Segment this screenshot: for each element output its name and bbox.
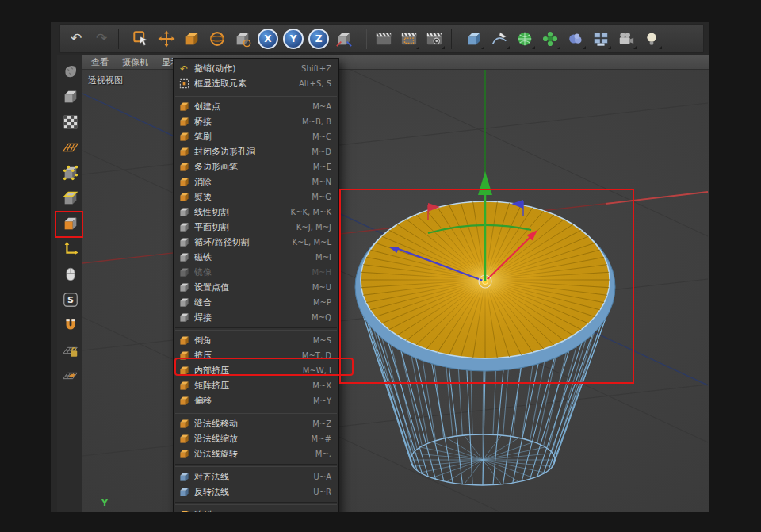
render-region-button[interactable] — [397, 27, 421, 51]
viewport-solo-button[interactable] — [59, 265, 82, 287]
menu-item-label: 框显选取元素 — [194, 78, 294, 90]
set-point-value-icon — [178, 282, 189, 293]
weld-icon — [178, 312, 189, 323]
menu-item-magnet-tool[interactable]: 磁铁M~I — [174, 250, 338, 265]
render-region-icon — [400, 30, 418, 48]
menu-item-matrix-extrude[interactable]: 矩阵挤压M~X — [174, 378, 338, 393]
menu-item-frame-selected[interactable]: 框显选取元素Alt+S, S — [174, 76, 338, 91]
menu-item-shortcut: K~K, M~K — [291, 208, 331, 216]
align-normals-icon — [178, 472, 189, 483]
loop-cut-icon — [178, 237, 189, 248]
subdivision-surface-button[interactable] — [513, 27, 537, 51]
menu-item-weld[interactable]: 焊接M~Q — [174, 310, 338, 325]
axis-mode-button[interactable] — [59, 239, 82, 262]
snap-enable-button[interactable] — [59, 316, 82, 338]
viewport-menu-view[interactable]: 查看 — [85, 55, 115, 69]
menu-item-shortcut: K~L, M~L — [293, 238, 331, 247]
menu-item-label: 桥接 — [194, 116, 297, 128]
axis-lock-y-button[interactable]: Y — [281, 27, 305, 51]
render-settings-button[interactable] — [423, 27, 446, 51]
array-grid-button[interactable] — [589, 27, 613, 51]
axis-z-icon: Z — [308, 29, 329, 49]
snap-settings-button[interactable]: S — [59, 290, 82, 312]
convert-object-button[interactable] — [59, 62, 82, 84]
normal-move-icon — [178, 419, 189, 430]
menu-item-shortcut: U~R — [313, 488, 331, 496]
primitive-cube-button[interactable] — [462, 27, 486, 51]
axis-lock-x-button[interactable]: X — [256, 27, 280, 51]
menu-item-label: 阵列 — [194, 509, 327, 512]
scale-tool-button[interactable] — [180, 27, 204, 51]
menu-item-reverse-normals[interactable]: 反转法线U~R — [174, 484, 338, 499]
menu-item-shortcut: Shift+Z — [301, 64, 331, 73]
menu-item-polygon-pen[interactable]: 多边形画笔M~E — [174, 159, 338, 174]
lock-workplane-icon — [62, 342, 79, 362]
polygons-mode-button[interactable] — [59, 214, 82, 236]
lock-workplane-button[interactable] — [59, 341, 82, 363]
menu-item-bevel[interactable]: 倒角M~S — [174, 333, 338, 348]
smooth-shift-icon — [178, 396, 189, 407]
light-button[interactable] — [640, 27, 663, 51]
axis-mode-icon — [62, 240, 79, 261]
menu-item-align-normals[interactable]: 对齐法线U~A — [174, 469, 338, 484]
menu-item-normal-scale[interactable]: 沿法线缩放M~# — [174, 431, 338, 446]
workplane-button[interactable] — [59, 366, 82, 388]
move-tool-icon — [158, 30, 175, 48]
redo-button[interactable]: ↷ — [90, 27, 113, 51]
coordinate-system-button[interactable] — [332, 27, 356, 51]
render-view-button[interactable] — [372, 27, 396, 51]
camera-icon — [618, 30, 635, 48]
texture-mode-button[interactable] — [59, 113, 82, 135]
axis-lock-z-button[interactable]: Z — [307, 27, 331, 51]
undo-button[interactable]: ↶ — [64, 27, 88, 51]
create-point-icon — [178, 101, 189, 113]
camera-button[interactable] — [614, 27, 638, 51]
last-tool-button[interactable] — [231, 27, 254, 51]
menu-item-mirror[interactable]: 镜像M~H — [174, 265, 338, 280]
menu-item-extrude[interactable]: 挤压M~T, D — [174, 348, 338, 363]
menu-item-array[interactable]: 阵列 — [174, 507, 338, 512]
menu-item-iron[interactable]: 熨烫M~G — [174, 189, 338, 205]
last-tool-icon — [234, 30, 251, 48]
menu-item-brush[interactable]: 笔刷M~C — [174, 129, 338, 144]
convert-object-icon — [62, 63, 79, 83]
model-mode-icon — [62, 88, 79, 109]
menu-item-stitch[interactable]: 缝合M~P — [174, 295, 338, 310]
menu-item-loop-cut[interactable]: 循环/路径切割K~L, M~L — [174, 235, 338, 250]
menu-item-label: 磁铁 — [194, 251, 311, 263]
live-selection-button[interactable] — [129, 27, 153, 51]
menu-item-shortcut: Alt+S, S — [299, 79, 331, 88]
menu-item-create-point[interactable]: 创建点M~A — [174, 99, 338, 114]
rotate-tool-button[interactable] — [205, 27, 229, 51]
menu-item-normal-rotate[interactable]: 沿法线旋转M~, — [174, 446, 338, 461]
generator-button[interactable] — [538, 27, 562, 51]
menu-item-bridge[interactable]: 桥接M~B, B — [174, 114, 338, 129]
toolbar-separator — [451, 29, 457, 49]
menu-item-undo-action[interactable]: ↶撤销(动作)Shift+Z — [174, 61, 338, 76]
viewport-view-label: 透视视图 — [88, 75, 123, 86]
render-view-icon — [375, 30, 392, 48]
spline-pen-button[interactable] — [488, 27, 511, 51]
menu-item-close-polygon-hole[interactable]: 封闭多边形孔洞M~D — [174, 144, 338, 159]
menu-item-label: 笔刷 — [194, 131, 308, 143]
menu-item-normal-move[interactable]: 沿法线移动M~Z — [174, 416, 338, 431]
viewport-menu-cameras[interactable]: 摄像机 — [116, 55, 155, 69]
menu-item-shortcut: M~C — [312, 132, 331, 141]
workplane-mode-button[interactable] — [59, 138, 82, 160]
menu-item-extrude-inner[interactable]: 内部挤压M~W, I — [174, 363, 338, 378]
menu-separator — [175, 502, 337, 505]
menu-item-smooth-shift[interactable]: 偏移M~Y — [174, 393, 338, 408]
normal-scale-icon — [178, 434, 189, 445]
edges-mode-button[interactable] — [59, 189, 82, 211]
menu-item-label: 矩阵挤压 — [194, 380, 308, 392]
move-tool-button[interactable] — [155, 27, 178, 51]
menu-item-label: 挤压 — [194, 350, 297, 362]
menu-item-set-point-value[interactable]: 设置点值M~U — [174, 280, 338, 295]
volume-button[interactable] — [564, 27, 587, 51]
menu-item-plane-cut[interactable]: 平面切割K~J, M~J — [174, 220, 338, 235]
dissolve-icon — [178, 177, 189, 188]
menu-item-dissolve[interactable]: 消除M~N — [174, 174, 338, 189]
model-mode-button[interactable] — [59, 87, 82, 109]
points-mode-button[interactable] — [59, 163, 82, 186]
menu-item-line-cut[interactable]: 线性切割K~K, M~K — [174, 205, 338, 220]
